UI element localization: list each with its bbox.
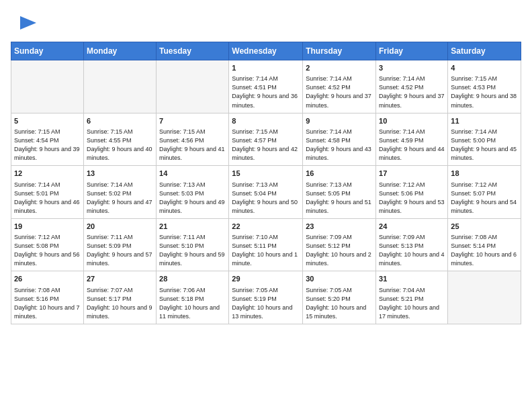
- day-info: Sunrise: 7:14 AM Sunset: 4:52 PM Dayligh…: [306, 75, 373, 109]
- day-number: 21: [159, 222, 226, 232]
- logo-icon: [12, 11, 36, 35]
- day-number: 10: [379, 116, 445, 126]
- day-info: Sunrise: 7:05 AM Sunset: 5:20 PM Dayligh…: [306, 286, 373, 321]
- day-cell-16: 16Sunrise: 7:13 AM Sunset: 5:05 PM Dayli…: [303, 166, 376, 219]
- logo: [11, 11, 36, 35]
- day-number: 30: [306, 274, 373, 284]
- dow-wednesday: Wednesday: [229, 42, 303, 60]
- day-number: 16: [306, 169, 373, 179]
- day-number: 1: [232, 63, 300, 73]
- empty-cell: [83, 60, 156, 113]
- day-cell-15: 15Sunrise: 7:13 AM Sunset: 5:04 PM Dayli…: [229, 166, 303, 219]
- day-number: 12: [14, 169, 81, 179]
- day-cell-12: 12Sunrise: 7:14 AM Sunset: 5:01 PM Dayli…: [11, 166, 84, 219]
- day-info: Sunrise: 7:08 AM Sunset: 5:16 PM Dayligh…: [14, 286, 81, 321]
- day-number: 24: [379, 222, 445, 232]
- day-cell-25: 25Sunrise: 7:08 AM Sunset: 5:14 PM Dayli…: [448, 218, 521, 271]
- day-info: Sunrise: 7:14 AM Sunset: 4:52 PM Dayligh…: [379, 75, 445, 109]
- day-number: 13: [87, 169, 153, 179]
- day-cell-7: 7Sunrise: 7:15 AM Sunset: 4:56 PM Daylig…: [157, 113, 229, 166]
- empty-cell: [157, 60, 229, 113]
- day-info: Sunrise: 7:09 AM Sunset: 5:12 PM Dayligh…: [306, 233, 373, 268]
- day-cell-20: 20Sunrise: 7:11 AM Sunset: 5:09 PM Dayli…: [83, 218, 156, 271]
- day-cell-3: 3Sunrise: 7:14 AM Sunset: 4:52 PM Daylig…: [376, 60, 448, 113]
- calendar-body: 1Sunrise: 7:14 AM Sunset: 4:51 PM Daylig…: [11, 60, 521, 324]
- day-cell-23: 23Sunrise: 7:09 AM Sunset: 5:12 PM Dayli…: [303, 218, 376, 271]
- day-cell-8: 8Sunrise: 7:15 AM Sunset: 4:57 PM Daylig…: [229, 113, 303, 166]
- day-info: Sunrise: 7:15 AM Sunset: 4:53 PM Dayligh…: [451, 75, 518, 109]
- day-cell-30: 30Sunrise: 7:05 AM Sunset: 5:20 PM Dayli…: [303, 271, 376, 324]
- header: [11, 11, 521, 35]
- day-cell-10: 10Sunrise: 7:14 AM Sunset: 4:59 PM Dayli…: [376, 113, 448, 166]
- day-info: Sunrise: 7:12 AM Sunset: 5:08 PM Dayligh…: [14, 233, 81, 268]
- day-number: 3: [379, 63, 445, 73]
- day-number: 29: [232, 274, 300, 284]
- day-number: 18: [451, 169, 518, 179]
- day-number: 7: [159, 116, 226, 126]
- day-info: Sunrise: 7:12 AM Sunset: 5:06 PM Dayligh…: [379, 181, 445, 216]
- day-cell-14: 14Sunrise: 7:13 AM Sunset: 5:03 PM Dayli…: [157, 166, 229, 219]
- week-row-3: 19Sunrise: 7:12 AM Sunset: 5:08 PM Dayli…: [11, 218, 521, 271]
- day-cell-9: 9Sunrise: 7:14 AM Sunset: 4:58 PM Daylig…: [303, 113, 376, 166]
- day-info: Sunrise: 7:15 AM Sunset: 4:54 PM Dayligh…: [14, 128, 81, 163]
- day-cell-5: 5Sunrise: 7:15 AM Sunset: 4:54 PM Daylig…: [11, 113, 84, 166]
- day-number: 6: [87, 116, 153, 126]
- day-info: Sunrise: 7:08 AM Sunset: 5:14 PM Dayligh…: [451, 233, 518, 268]
- day-number: 28: [159, 274, 226, 284]
- day-number: 19: [14, 222, 81, 232]
- day-info: Sunrise: 7:09 AM Sunset: 5:13 PM Dayligh…: [379, 233, 445, 268]
- day-number: 5: [14, 116, 81, 126]
- day-number: 22: [232, 222, 300, 232]
- calendar: SundayMondayTuesdayWednesdayThursdayFrid…: [11, 42, 521, 324]
- day-cell-21: 21Sunrise: 7:11 AM Sunset: 5:10 PM Dayli…: [157, 218, 229, 271]
- day-number: 15: [232, 169, 300, 179]
- day-info: Sunrise: 7:06 AM Sunset: 5:18 PM Dayligh…: [159, 286, 226, 321]
- day-cell-17: 17Sunrise: 7:12 AM Sunset: 5:06 PM Dayli…: [376, 166, 448, 219]
- day-info: Sunrise: 7:05 AM Sunset: 5:19 PM Dayligh…: [232, 286, 300, 321]
- day-info: Sunrise: 7:13 AM Sunset: 5:05 PM Dayligh…: [306, 181, 373, 216]
- day-info: Sunrise: 7:14 AM Sunset: 5:00 PM Dayligh…: [451, 128, 518, 163]
- day-number: 31: [379, 274, 445, 284]
- dow-monday: Monday: [83, 42, 156, 60]
- day-number: 17: [379, 169, 445, 179]
- day-cell-26: 26Sunrise: 7:08 AM Sunset: 5:16 PM Dayli…: [11, 271, 84, 324]
- day-cell-2: 2Sunrise: 7:14 AM Sunset: 4:52 PM Daylig…: [303, 60, 376, 113]
- day-cell-24: 24Sunrise: 7:09 AM Sunset: 5:13 PM Dayli…: [376, 218, 448, 271]
- day-info: Sunrise: 7:14 AM Sunset: 5:01 PM Dayligh…: [14, 181, 81, 216]
- day-info: Sunrise: 7:15 AM Sunset: 4:57 PM Dayligh…: [232, 128, 300, 163]
- week-row-1: 5Sunrise: 7:15 AM Sunset: 4:54 PM Daylig…: [11, 113, 521, 166]
- day-number: 14: [159, 169, 226, 179]
- day-cell-29: 29Sunrise: 7:05 AM Sunset: 5:19 PM Dayli…: [229, 271, 303, 324]
- day-cell-6: 6Sunrise: 7:15 AM Sunset: 4:55 PM Daylig…: [83, 113, 156, 166]
- day-info: Sunrise: 7:15 AM Sunset: 4:55 PM Dayligh…: [87, 128, 153, 163]
- day-cell-31: 31Sunrise: 7:04 AM Sunset: 5:21 PM Dayli…: [376, 271, 448, 324]
- day-cell-11: 11Sunrise: 7:14 AM Sunset: 5:00 PM Dayli…: [448, 113, 521, 166]
- day-info: Sunrise: 7:13 AM Sunset: 5:03 PM Dayligh…: [159, 181, 226, 216]
- day-number: 4: [451, 63, 518, 73]
- day-info: Sunrise: 7:11 AM Sunset: 5:09 PM Dayligh…: [87, 233, 153, 268]
- day-info: Sunrise: 7:15 AM Sunset: 4:56 PM Dayligh…: [159, 128, 226, 163]
- week-row-0: 1Sunrise: 7:14 AM Sunset: 4:51 PM Daylig…: [11, 60, 521, 113]
- week-row-4: 26Sunrise: 7:08 AM Sunset: 5:16 PM Dayli…: [11, 271, 521, 324]
- day-cell-28: 28Sunrise: 7:06 AM Sunset: 5:18 PM Dayli…: [157, 271, 229, 324]
- days-of-week-row: SundayMondayTuesdayWednesdayThursdayFrid…: [11, 42, 521, 60]
- day-number: 8: [232, 116, 300, 126]
- empty-cell: [448, 271, 521, 324]
- dow-tuesday: Tuesday: [157, 42, 229, 60]
- day-number: 20: [87, 222, 153, 232]
- svg-marker-0: [20, 16, 36, 30]
- day-cell-1: 1Sunrise: 7:14 AM Sunset: 4:51 PM Daylig…: [229, 60, 303, 113]
- empty-cell: [11, 60, 84, 113]
- day-info: Sunrise: 7:07 AM Sunset: 5:17 PM Dayligh…: [87, 286, 153, 321]
- day-info: Sunrise: 7:14 AM Sunset: 5:02 PM Dayligh…: [87, 181, 153, 216]
- day-cell-4: 4Sunrise: 7:15 AM Sunset: 4:53 PM Daylig…: [448, 60, 521, 113]
- day-cell-27: 27Sunrise: 7:07 AM Sunset: 5:17 PM Dayli…: [83, 271, 156, 324]
- day-cell-19: 19Sunrise: 7:12 AM Sunset: 5:08 PM Dayli…: [11, 218, 84, 271]
- day-info: Sunrise: 7:10 AM Sunset: 5:11 PM Dayligh…: [232, 233, 300, 268]
- day-info: Sunrise: 7:14 AM Sunset: 4:59 PM Dayligh…: [379, 128, 445, 163]
- day-cell-13: 13Sunrise: 7:14 AM Sunset: 5:02 PM Dayli…: [83, 166, 156, 219]
- day-number: 9: [306, 116, 373, 126]
- day-number: 25: [451, 222, 518, 232]
- day-number: 27: [87, 274, 153, 284]
- day-info: Sunrise: 7:12 AM Sunset: 5:07 PM Dayligh…: [451, 181, 518, 216]
